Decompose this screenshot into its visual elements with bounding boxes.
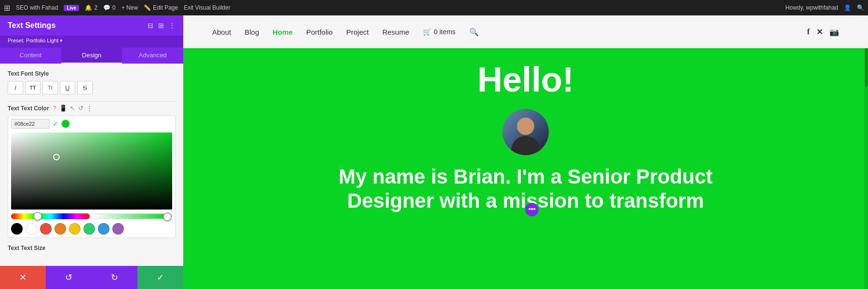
cart-icon: 🛒 [423, 28, 431, 36]
panel-expand-icon[interactable]: ⊞ [158, 22, 164, 29]
color-cursor [53, 154, 60, 160]
nav-home[interactable]: Home [272, 28, 293, 36]
hero-avatar [502, 109, 549, 155]
hex-row: ✓ [11, 119, 172, 129]
swatch-black[interactable] [11, 223, 23, 235]
tab-content[interactable]: Content [0, 48, 61, 64]
panel-title: Text Settings [8, 21, 55, 30]
uppercase-button[interactable]: TT [25, 81, 41, 94]
reset-icon[interactable]: ↺ [78, 105, 83, 112]
avatar-inner [502, 109, 549, 155]
tab-design[interactable]: Design [61, 48, 122, 64]
main-container: Text Settings ⊟ ⊞ ⋮ Preset: Portfolio Li… [0, 15, 868, 289]
panel-body: Text Font Style I TT Tt U S Text Text Co… [0, 64, 183, 266]
panel-header-icons: ⊟ ⊞ ⋮ [148, 22, 176, 29]
mobile-icon[interactable]: 📱 [59, 105, 67, 112]
panel-more-icon[interactable]: ⋮ [169, 22, 176, 29]
swatch-blue[interactable] [98, 223, 109, 235]
swatch-green[interactable] [83, 223, 95, 235]
nav-resume[interactable]: Resume [382, 28, 409, 36]
social-icons: f ✕ 📷 [807, 27, 839, 37]
italic-button[interactable]: I [8, 81, 23, 94]
tab-advanced[interactable]: Advanced [122, 48, 183, 64]
site-name[interactable]: SEO with Fahad [16, 4, 58, 11]
wp-logo-icon[interactable]: ⊞ [4, 3, 10, 13]
purple-dot-overlay[interactable]: ••• [525, 203, 539, 216]
nav-about[interactable]: About [212, 28, 231, 36]
avatar-head [517, 118, 534, 135]
font-style-label: Text Font Style [8, 70, 176, 77]
font-style-row: I TT Tt U S [8, 81, 176, 94]
opacity-slider[interactable] [93, 213, 172, 219]
separator-1 [8, 101, 176, 102]
color-section-label: Text Text Color [8, 105, 49, 112]
undo-button[interactable]: ↺ [46, 266, 92, 289]
text-size-label: Text Text Size [8, 245, 176, 251]
confirm-button[interactable]: ✓ [137, 266, 183, 289]
hue-slider-area [11, 213, 172, 219]
scroll-bar [864, 48, 868, 289]
search-icon[interactable]: 🔍 [469, 27, 479, 37]
user-avatar: 👤 [844, 4, 851, 11]
comments[interactable]: 💬 0 [103, 4, 116, 11]
new-button[interactable]: + New [122, 4, 138, 11]
exit-builder-button[interactable]: Exit Visual Builder [184, 4, 231, 11]
strikethrough-button[interactable]: S [77, 81, 93, 94]
color-gradient-area[interactable] [11, 132, 172, 210]
color-label-icons: ? 📱 ↖ ↺ ⋮ [53, 105, 93, 112]
panel-tabs: Content Design Advanced [0, 48, 183, 64]
scroll-thumb[interactable] [865, 48, 868, 87]
swatch-orange[interactable] [54, 223, 66, 235]
underline-button[interactable]: U [60, 81, 75, 94]
redo-button[interactable]: ↻ [92, 266, 137, 289]
cursor-icon[interactable]: ↖ [70, 105, 75, 112]
left-panel: Text Settings ⊟ ⊞ ⋮ Preset: Portfolio Li… [0, 15, 183, 289]
help-icon[interactable]: ? [53, 105, 56, 112]
hero-desc-line1: My name is Brian. I'm a Senior Product [339, 165, 713, 189]
panel-preset: Preset: Portfolio Light ▾ [0, 36, 183, 48]
panel-bottom: ✕ ↺ ↻ ✓ [0, 266, 183, 289]
facebook-icon[interactable]: f [807, 27, 810, 37]
more-icon[interactable]: ⋮ [86, 105, 93, 112]
nav-project[interactable]: Project [346, 28, 369, 36]
hero-description: My name is Brian. I'm a Senior Product D… [319, 165, 732, 213]
avatar-body [511, 136, 540, 155]
swatch-white[interactable] [26, 223, 37, 235]
hero-desc-line2: Designer with a miss•••ion to transform [339, 189, 713, 213]
color-picker[interactable]: ✓ [8, 116, 176, 238]
cart-area[interactable]: 🛒 0 items [423, 28, 456, 36]
cancel-button[interactable]: ✕ [0, 266, 46, 289]
swatch-yellow[interactable] [69, 223, 81, 235]
hero-title: Hello! [477, 60, 574, 99]
nav-links: About Blog Home Portfolio Project Resume… [212, 27, 479, 37]
capitalize-button[interactable]: Tt [42, 81, 58, 94]
right-content: About Blog Home Portfolio Project Resume… [183, 15, 868, 289]
panel-minimize-icon[interactable]: ⊟ [148, 22, 153, 29]
hue-slider[interactable] [11, 213, 90, 219]
color-swatches [11, 223, 172, 235]
nav-portfolio[interactable]: Portfolio [306, 28, 333, 36]
site-nav: About Blog Home Portfolio Project Resume… [183, 15, 868, 48]
hue-thumb [33, 212, 42, 221]
instagram-icon[interactable]: 📷 [829, 27, 839, 37]
edit-page-button[interactable]: ✏️ Edit Page [144, 4, 178, 11]
panel-header: Text Settings ⊟ ⊞ ⋮ [0, 15, 183, 36]
cart-label: 0 items [434, 28, 456, 36]
howdy-text: Howdy, wpwithfahad [786, 4, 838, 11]
admin-bar: ⊞ SEO with Fahad Live 🔔 2 💬 0 + New ✏️ E… [0, 0, 868, 15]
live-badge: Live [64, 5, 79, 11]
notifications[interactable]: 🔔 2 [85, 4, 97, 11]
twitter-icon[interactable]: ✕ [816, 27, 823, 37]
admin-bar-right: Howdy, wpwithfahad 👤 🔍 [786, 4, 864, 11]
admin-search-icon[interactable]: 🔍 [857, 4, 864, 11]
nav-blog[interactable]: Blog [244, 28, 259, 36]
color-label-row: Text Text Color ? 📱 ↖ ↺ ⋮ [8, 105, 176, 112]
gradient-black-overlay [11, 132, 172, 210]
hex-input[interactable] [11, 119, 50, 129]
color-preview-dot [61, 119, 70, 128]
confirm-color-icon[interactable]: ✓ [53, 120, 58, 128]
swatch-red[interactable] [40, 223, 52, 235]
opacity-thumb [163, 212, 172, 221]
swatch-purple[interactable] [112, 223, 124, 235]
hero-section: Hello! My name is Brian. I'm a Senior Pr… [183, 48, 868, 289]
